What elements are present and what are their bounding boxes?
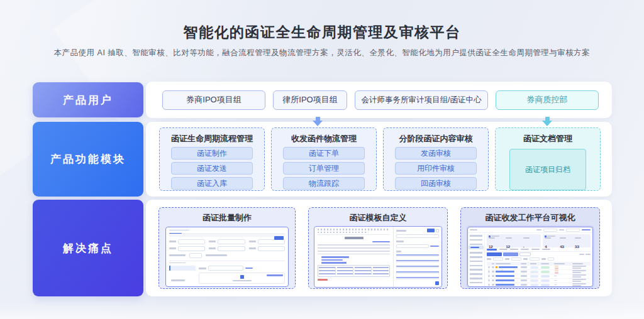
user-chip-accounting-audit: 会计师事务所审计项目组/函证中心	[355, 90, 488, 110]
module-group-lifecycle: 函证生命周期流程管理 函证制作 函证发送 函证入库	[159, 127, 265, 191]
module-chip: 回函审核	[395, 177, 477, 190]
user-chip-broker-ipo: 券商IPO项目组	[162, 90, 265, 110]
table-row	[487, 270, 591, 274]
module-chip: 发函审核	[395, 147, 477, 160]
user-chip-lawfirm-ipo: 律所IPO项目组	[273, 90, 347, 110]
pain-card-title: 函证批量制作	[159, 212, 295, 224]
module-group-title: 函证生命周期流程管理	[160, 133, 264, 144]
module-group-logistics: 收发函件物流管理 函证下单 订单管理 物流跟踪	[271, 127, 377, 191]
painpoints-panel: 函证批量制作	[146, 200, 612, 296]
pain-card-title: 函证收发工作平台可视化	[461, 212, 599, 224]
module-group-archive: 函证文档管理 函证项目归档	[495, 127, 601, 191]
module-group-review: 分阶段函证内容审核 发函审核 用印件审核 回函审核	[383, 127, 489, 191]
template-editor-thumbnail	[314, 226, 442, 288]
pain-card-batch-creation: 函证批量制作	[158, 207, 296, 289]
down-arrow-teal-icon	[542, 117, 552, 126]
row-label-modules: 产品功能模块	[33, 122, 143, 197]
thumb-doc-table	[318, 265, 390, 277]
thumb-sidebar	[468, 233, 485, 286]
users-panel: 券商IPO项目组 律所IPO项目组 会计师事务所审计项目组/函证中心 券商质控部	[146, 82, 612, 118]
dashboard-thumbnail: 12 12 - 4 43 33	[467, 227, 593, 287]
module-chip: 函证发送	[171, 162, 253, 175]
table-row	[487, 266, 591, 270]
module-chip: 用印件审核	[395, 162, 477, 175]
thumb-upload-box	[199, 273, 285, 284]
module-chip: 物流跟踪	[283, 177, 365, 190]
user-chip-broker-qc: 券商质控部	[496, 90, 599, 110]
thumb-tabs	[487, 247, 591, 252]
table-row	[487, 274, 591, 279]
thumb-topbar	[468, 227, 592, 233]
row-label-users: 产品用户	[33, 82, 143, 117]
row-label-painpoints: 解决痛点	[33, 200, 143, 296]
thumb-field-list	[396, 254, 439, 280]
upload-icon	[240, 275, 244, 279]
thumb-document-pane	[314, 227, 393, 287]
thumb-filters	[487, 257, 591, 261]
module-group-title: 分阶段函证内容审核	[384, 133, 488, 144]
thumb-field-row	[169, 253, 285, 258]
table-row	[487, 279, 591, 283]
module-chip: 函证制作	[171, 147, 253, 160]
down-arrow-blue-icon	[313, 117, 323, 126]
module-chip: 函证下单	[283, 147, 365, 160]
pain-card-dashboard: 函证收发工作平台可视化 12	[460, 207, 600, 289]
thumb-toolbar	[169, 235, 285, 237]
batch-form-thumbnail	[165, 227, 289, 287]
page-title: 智能化的函证全生命周期管理及审核平台	[0, 23, 644, 42]
module-group-title: 函证文档管理	[496, 133, 600, 144]
thumb-action-buttons	[487, 252, 591, 257]
thumb-field-row	[169, 246, 285, 251]
thumb-table	[487, 262, 591, 285]
thumb-field-row	[169, 239, 285, 244]
module-chip: 函证入库	[171, 177, 253, 190]
page-subtitle: 本产品使用 AI 抽取、智能审核、比对等功能，融合流程管理及物流管理方案，灵活化…	[0, 48, 644, 58]
table-row	[487, 283, 591, 288]
thumb-properties-pane	[393, 227, 441, 287]
archive-box: 函证项目归档	[509, 149, 586, 190]
pain-card-title: 函证模板自定义	[309, 212, 447, 224]
modules-panel: 函证生命周期流程管理 函证制作 函证发送 函证入库 收发函件物流管理 函证下单 …	[146, 122, 612, 197]
pain-card-template-custom: 函证模板自定义	[308, 207, 448, 289]
module-chip: 订单管理	[283, 162, 365, 175]
thumb-upload-section	[169, 266, 285, 284]
thumb-stat-cards: 12 12 - 4 43 33	[487, 234, 591, 247]
module-group-title: 收发函件物流管理	[272, 133, 376, 144]
